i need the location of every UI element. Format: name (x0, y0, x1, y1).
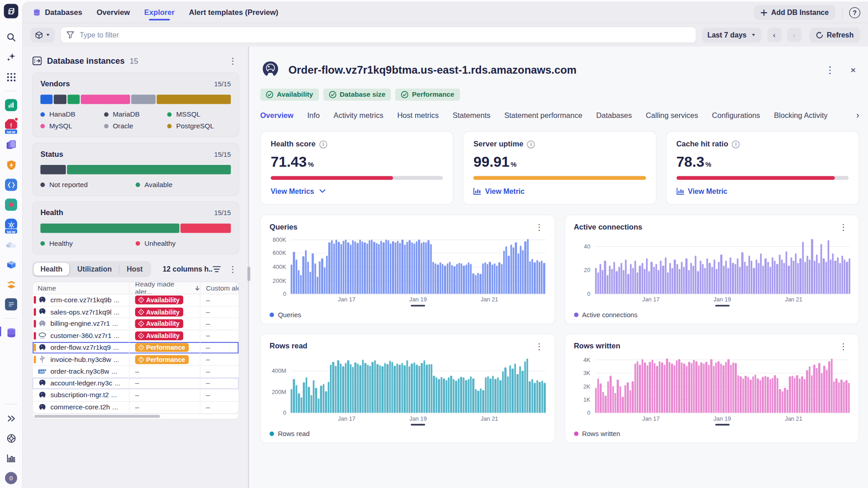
time-next-button[interactable]: › (787, 28, 802, 42)
alert-badge-performance[interactable]: !Performance (135, 343, 189, 352)
app-alarms-icon[interactable]: ! NEW (3, 117, 19, 133)
view-tab-health[interactable]: Health (34, 263, 69, 276)
tab-databases[interactable]: Databases (596, 111, 632, 119)
app-storage-box-icon[interactable] (3, 257, 19, 272)
app-clouds-icon[interactable] (3, 237, 19, 252)
table-row-subscription-mgr-t2[interactable]: subscription-mgr.t2...–– (33, 389, 239, 401)
search-icon[interactable] (3, 29, 19, 45)
sort-filter-icon[interactable] (212, 266, 221, 273)
view-metric-link[interactable]: View Metric (473, 187, 646, 195)
segment-mssql[interactable] (67, 94, 80, 104)
tabs-scroll-right-icon[interactable]: › (853, 110, 859, 120)
info-icon[interactable]: i (732, 140, 740, 148)
table-menu-icon[interactable]: ⋮ (226, 264, 239, 274)
usage-stats-icon[interactable] (3, 450, 19, 466)
tab-host-metrics[interactable]: Host metrics (397, 111, 439, 119)
info-icon[interactable]: i (320, 140, 327, 148)
alert-badge-availability[interactable]: !Availability (135, 308, 184, 317)
severity-indicator (34, 391, 36, 399)
app-analytics-icon[interactable] (3, 98, 19, 113)
chart-menu-icon[interactable]: ⋮ (533, 222, 546, 232)
alert-label: Availability (146, 333, 179, 339)
segment-postgresql[interactable] (157, 94, 231, 104)
help-button[interactable]: ? (849, 7, 860, 18)
app-cube-icon[interactable] (3, 197, 19, 212)
app-kubernetes-icon[interactable]: NEW (3, 217, 19, 232)
tab-activity-metrics[interactable]: Activity metrics (334, 111, 383, 119)
segment-oracle[interactable] (131, 94, 156, 104)
nav-item-alert-templates-preview[interactable]: Alert templates (Preview) (189, 2, 278, 23)
scrollbar-thumb[interactable] (34, 415, 160, 418)
info-icon[interactable]: i (527, 140, 535, 148)
ai-sparkles-icon[interactable] (3, 49, 19, 65)
time-range-select[interactable]: Last 7 days ▼ (702, 28, 761, 42)
table-row-order-flow-vz7r1kq9[interactable]: order-flow.vz7r1kq9...!Performance– (33, 342, 239, 354)
card-ratio: 15/15 (214, 80, 231, 88)
segment-hanadb[interactable] (40, 94, 52, 104)
resource-type-select[interactable]: ▼ (30, 28, 55, 42)
table-row-invoice-hub-ny3c8w[interactable]: invoice-hub.ny3c8w...!Performance– (33, 354, 239, 366)
table-row-commerce-core-t2h[interactable]: commerce-core.t2h...–– (33, 401, 239, 413)
view-metric-link[interactable]: View Metrics (271, 187, 443, 195)
apps-grid-icon[interactable] (3, 69, 19, 84)
app-shield-icon[interactable] (3, 157, 19, 173)
segment-not-reported[interactable] (40, 165, 66, 174)
time-prev-button[interactable]: ‹ (767, 28, 782, 42)
check-circle-icon (266, 91, 274, 99)
refresh-button[interactable]: Refresh (809, 28, 860, 42)
segment-mariadb[interactable] (54, 94, 66, 104)
app-code-icon[interactable] (3, 177, 19, 192)
add-db-instance-button[interactable]: Add DB Instance (754, 5, 835, 20)
segment-unhealthy[interactable] (180, 224, 231, 233)
view-tab-host[interactable]: Host (120, 263, 150, 276)
tab-statement-performance[interactable]: Statement performance (504, 111, 582, 119)
column-header-ready-made-alerts[interactable]: Ready made aler... (129, 282, 200, 294)
table-row-billing-engine-vz7r1[interactable]: billing-engine.vz7r1...!Availability– (33, 318, 239, 330)
close-icon[interactable]: × (850, 65, 856, 75)
databases-app-icon[interactable] (3, 325, 19, 340)
support-icon[interactable] (3, 431, 19, 446)
instance-menu-icon[interactable]: ⋮ (823, 64, 837, 76)
alert-badge-performance[interactable]: !Performance (135, 355, 189, 364)
alert-badge-availability[interactable]: !Availability (135, 319, 184, 328)
view-metric-link[interactable]: View Metric (676, 187, 849, 195)
card-title: Health (40, 209, 63, 217)
alert-badge-availability[interactable]: !Availability (135, 331, 184, 340)
chart-menu-icon[interactable]: ⋮ (837, 341, 849, 351)
app-layers-orange-icon[interactable] (3, 277, 19, 292)
table-row-customer-360-vz7r1[interactable]: customer-360.vz7r1...!Availability– (33, 330, 239, 342)
table-row-account-ledger-ny3c[interactable]: account-ledger.ny3c...–– (33, 378, 239, 389)
collapse-panel-icon[interactable] (32, 56, 42, 66)
chart-menu-icon[interactable]: ⋮ (837, 222, 849, 232)
filter-input[interactable] (79, 30, 690, 40)
app-layers-purple-icon[interactable] (3, 137, 19, 153)
table-row-crm-core-vz7r1kq9b[interactable]: crm-core.vz7r1kq9b...!Availability– (33, 294, 239, 306)
column-header-custom-alerts[interactable]: Custom alerts (200, 282, 239, 294)
tab-calling-services[interactable]: Calling services (646, 111, 698, 119)
table-row-order-track-ny3c8w[interactable]: SAPorder-track.ny3c8w...–– (33, 366, 239, 377)
segment-healthy[interactable] (40, 224, 179, 233)
nav-item-overview[interactable]: Overview (97, 2, 130, 23)
nav-item-explorer[interactable]: Explorer (144, 2, 175, 23)
panel-splitter[interactable] (248, 47, 249, 488)
column-header-name[interactable]: Name (33, 284, 129, 292)
splitter-handle[interactable] (247, 267, 250, 281)
product-logo-icon[interactable] (4, 4, 19, 19)
tab-statements[interactable]: Statements (453, 111, 491, 119)
chart-menu-icon[interactable]: ⋮ (533, 341, 546, 351)
nav-item-databases[interactable]: Databases (33, 2, 82, 23)
user-avatar[interactable]: 0 (3, 470, 19, 486)
tab-info[interactable]: Info (307, 111, 320, 119)
tab-configurations[interactable]: Configurations (712, 111, 760, 119)
tab-blocking-activity[interactable]: Blocking Activity (774, 111, 828, 119)
table-row-sales-ops-vz7r1kq9l[interactable]: sales-ops.vz7r1kq9l...!Availability– (33, 306, 239, 318)
panel-menu-icon[interactable]: ⋮ (226, 55, 239, 66)
view-tab-utilization[interactable]: Utilization (71, 263, 118, 276)
expand-rail-icon[interactable] (3, 411, 19, 426)
alert-badge-availability[interactable]: !Availability (135, 296, 184, 305)
segment-mysql[interactable] (81, 94, 130, 104)
tab-overview[interactable]: Overview (260, 111, 294, 119)
segment-available[interactable] (67, 165, 231, 174)
app-container-icon[interactable] (3, 296, 19, 312)
columns-hidden-button[interactable]: 12 columns h... (159, 265, 212, 273)
